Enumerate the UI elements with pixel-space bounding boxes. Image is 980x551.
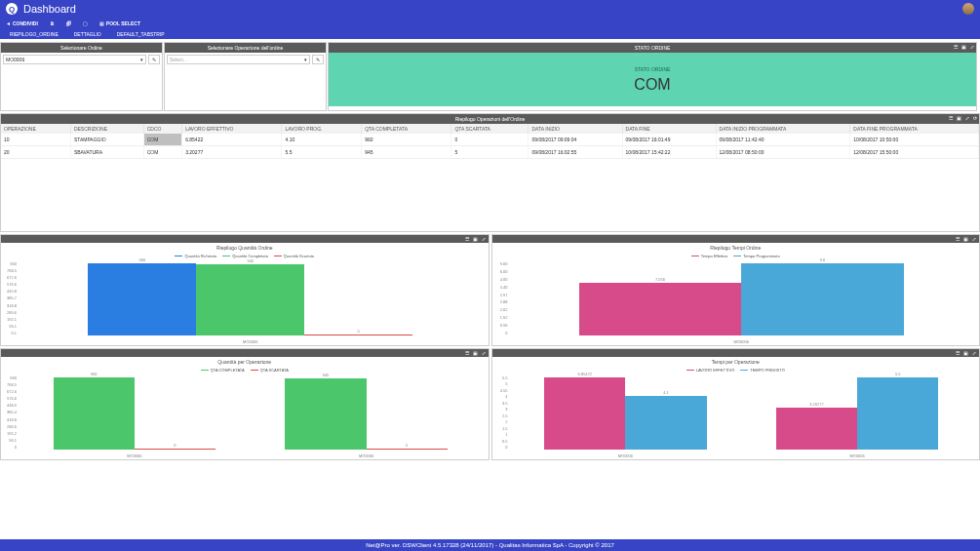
chart1-i2[interactable]: ▣ — [473, 236, 478, 242]
stato-icon-2[interactable]: ▣ — [961, 44, 966, 50]
table-col[interactable]: CDCO — [143, 124, 181, 134]
chart2-i2[interactable]: ▣ — [963, 236, 968, 242]
chart1-i1[interactable]: ☰ — [465, 236, 469, 242]
chart3-i3[interactable]: ⤢ — [482, 350, 486, 356]
table-header: Riepilogo Operazioni dell'Ordine ☰ ▣ ⤢ ⟳ — [1, 114, 979, 124]
table-col[interactable]: QTA SCARTATA — [451, 124, 529, 134]
footer: Net@Pro ver. DSWClient 4.5.17328 (24/11/… — [0, 539, 980, 551]
edit-op-button[interactable]: ✎ — [312, 55, 324, 64]
app-logo: Q — [6, 3, 18, 15]
stato-value: COM — [634, 76, 670, 94]
table-icon-2[interactable]: ▣ — [957, 115, 961, 121]
user-avatar[interactable] — [962, 3, 974, 15]
panel-head-stato: STATO ORDINE ☰ ▣ ⤢ — [329, 43, 976, 53]
chart4-i3[interactable]: ⤢ — [972, 350, 976, 356]
menu-poolselect[interactable]: ▦ POOL SELECT — [99, 20, 140, 26]
table-col[interactable]: DATA INIZIO PROGRAMMATA — [716, 124, 850, 134]
topbar: Q Dashboard — [0, 0, 980, 18]
panel-head-sel-op: Selezionare Operazione dell'ordine — [165, 43, 326, 53]
tabbar: RIEPILOGO_ORDINE DETTAGLIO DEFAULT_TABST… — [0, 29, 980, 39]
panel-sel-ordine: Selezionare Ordine MO0006 ✎ — [0, 42, 163, 111]
stato-icon-3[interactable]: ⤢ — [970, 44, 974, 50]
table-col[interactable]: DATA INIZIO — [529, 124, 622, 134]
tab-dettaglio[interactable]: DETTAGLIO — [68, 29, 107, 39]
table-icon-4[interactable]: ⟳ — [973, 115, 977, 121]
chart-quantita-per-op: ☰▣⤢ Quantità per Operazione QTA COMPLETA… — [0, 348, 490, 460]
menu-condividi[interactable]: ◄ CONDIVIDI — [6, 20, 38, 26]
stato-icon-1[interactable]: ☰ — [954, 44, 958, 50]
chart3-i1[interactable]: ☰ — [465, 350, 469, 356]
menu-export-icon[interactable]: 🗐 — [66, 20, 71, 26]
tab-default[interactable]: DEFAULT_TABSTRIP — [111, 29, 171, 39]
chart4-i1[interactable]: ☰ — [956, 350, 960, 356]
chart-riepilogo-tempi: ☰▣⤢ Riepilogo Tempi Ordine Tempo Effetti… — [491, 234, 981, 346]
table-col[interactable]: DATA FINE — [622, 124, 716, 134]
stato-body: STATO ORDINE COM — [329, 53, 976, 106]
panel-sel-operazione: Selezionare Operazione dell'ordine Selec… — [164, 42, 327, 111]
dropdown-ordine[interactable]: MO0006 — [3, 55, 146, 64]
tab-riepilogo[interactable]: RIEPILOGO_ORDINE — [4, 29, 64, 39]
panel-head-sel-ordine: Selezionare Ordine — [1, 43, 162, 53]
menu-doc-icon[interactable]: 🗎 — [50, 20, 55, 26]
chart3-i2[interactable]: ▣ — [473, 350, 478, 356]
chart-riepilogo-quantita: ☰▣⤢ Riepilogo Quantità Ordine Quantità R… — [0, 234, 490, 346]
table-col[interactable]: DATA FINE PROGRAMMATA — [850, 124, 979, 134]
edit-ordine-button[interactable]: ✎ — [148, 55, 160, 64]
operations-table: OPERAZIONEDESCRIZIONECDCOLAVORO EFFETTIV… — [1, 124, 979, 159]
chart2-i1[interactable]: ☰ — [956, 236, 960, 242]
table-row[interactable]: 10STAMPAGGIOCOM6.854224.10960009/08/2017… — [1, 134, 979, 146]
chart-tempi-per-op: ☰▣⤢ Tempi per Operazione LAVORO EFFETTIV… — [491, 348, 981, 460]
table-col[interactable]: OPERAZIONE — [1, 124, 70, 134]
panel-riepilogo-operazioni: Riepilogo Operazioni dell'Ordine ☰ ▣ ⤢ ⟳… — [0, 113, 980, 232]
panel-stato-ordine: STATO ORDINE ☰ ▣ ⤢ STATO ORDINE COM — [328, 42, 977, 111]
table-icon-1[interactable]: ☰ — [949, 115, 953, 121]
table-col[interactable]: LAVORO EFFETTIVO — [182, 124, 282, 134]
menubar: ◄ CONDIVIDI 🗎 🗐 ▢ ▦ POOL SELECT — [0, 18, 980, 29]
table-col[interactable]: LAVORO PROG. — [282, 124, 362, 134]
chart4-i2[interactable]: ▣ — [963, 350, 968, 356]
table-col[interactable]: QTA COMPLETATA — [362, 124, 451, 134]
menu-blank-icon[interactable]: ▢ — [83, 20, 88, 26]
page-title: Dashboard — [23, 3, 76, 15]
table-icon-3[interactable]: ⤢ — [965, 115, 969, 121]
chart1-i3[interactable]: ⤢ — [482, 236, 486, 242]
table-row[interactable]: 20SBAVATURACOM3.202775.5945509/08/2017 1… — [1, 146, 979, 159]
dropdown-operazione[interactable]: Select... — [167, 55, 310, 64]
table-col[interactable]: DESCRIZIONE — [70, 124, 143, 134]
chart2-i3[interactable]: ⤢ — [972, 236, 976, 242]
